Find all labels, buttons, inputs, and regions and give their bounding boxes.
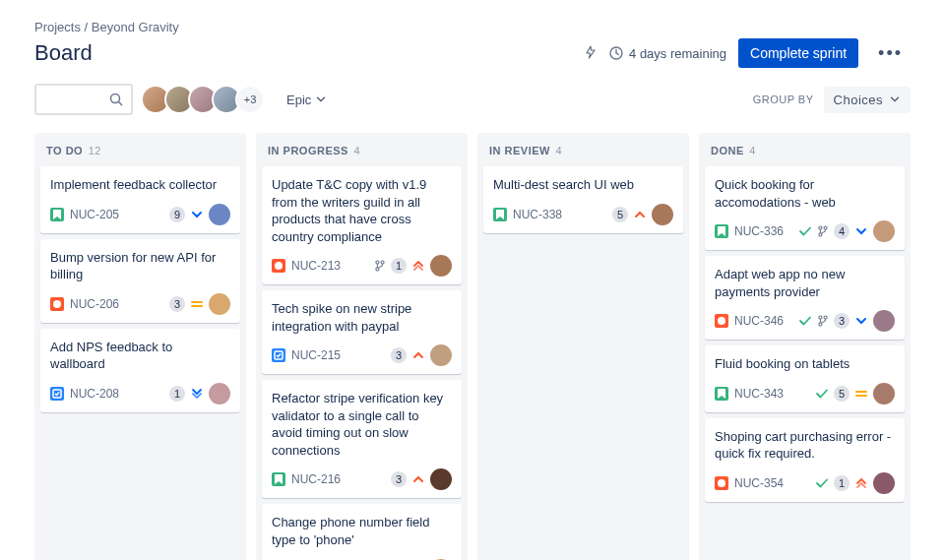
done-check-icon: [815, 387, 829, 401]
clock-icon: [609, 46, 623, 60]
card-title: Implement feedback collector: [50, 176, 230, 194]
branch-icon: [374, 260, 386, 272]
issue-card[interactable]: Tech spike on new stripe integration wit…: [262, 290, 462, 374]
priority-highest-icon: [854, 476, 868, 490]
issue-key: NUC-208: [70, 387, 119, 401]
column-done: Done 4 Quick booking for accomodations -…: [699, 133, 911, 560]
search-input[interactable]: [34, 84, 133, 115]
branch-icon: [817, 225, 829, 237]
priority-high-icon: [633, 208, 647, 221]
column-in-review: In review 4 Multi-dest search UI web NUC…: [477, 133, 689, 560]
column-header: In progress 4: [262, 141, 462, 166]
column-header: To do 12: [40, 141, 240, 166]
epic-dropdown[interactable]: Epic: [279, 87, 335, 113]
story-points: 4: [834, 223, 850, 239]
story-points: 3: [834, 313, 850, 329]
card-title: Refactor stripe verification key validat…: [272, 390, 452, 459]
issue-card[interactable]: Implement feedback collector NUC-205 9: [40, 166, 240, 233]
assignee-avatar[interactable]: [873, 220, 895, 242]
complete-sprint-button[interactable]: Complete sprint: [738, 38, 858, 68]
story-points: 9: [169, 207, 185, 222]
page-title: Board: [34, 40, 93, 66]
chevron-down-icon: [889, 93, 901, 105]
done-check-icon: [815, 476, 829, 490]
issue-card[interactable]: Shoping cart purchasing error - quick fi…: [705, 418, 905, 502]
more-actions-button[interactable]: •••: [870, 39, 911, 68]
avatar-overflow[interactable]: +3: [235, 85, 265, 114]
issue-card[interactable]: Bump version for new API for billing NUC…: [40, 239, 240, 323]
header: Board 4 days remaining Complete sprint •…: [34, 38, 911, 68]
card-title: Fluid booking on tablets: [715, 355, 895, 373]
done-check-icon: [798, 224, 812, 238]
issue-type-task-icon: [50, 387, 64, 401]
issue-key: NUC-346: [734, 314, 784, 328]
issue-type-bug-icon: [50, 297, 64, 311]
story-points: 5: [612, 207, 628, 222]
issue-key: NUC-343: [734, 387, 784, 401]
issue-card[interactable]: Change phone number field type to 'phone…: [262, 504, 462, 560]
done-check-icon: [798, 314, 812, 328]
issue-type-story-icon: [493, 208, 507, 221]
board: To do 12 Implement feedback collector NU…: [34, 133, 911, 560]
story-points: 1: [169, 386, 185, 402]
group-by-dropdown[interactable]: Choices: [824, 87, 911, 113]
search-icon: [109, 93, 123, 106]
issue-key: NUC-354: [734, 476, 784, 490]
card-title: Change phone number field type to 'phone…: [272, 514, 452, 548]
issue-type-story-icon: [715, 387, 728, 401]
issue-type-bug-icon: [715, 314, 728, 328]
assignee-avatar[interactable]: [430, 344, 452, 366]
issue-card[interactable]: Update T&C copy with v1.9 from the write…: [262, 166, 462, 284]
assignee-avatar[interactable]: [430, 468, 452, 490]
story-points: 3: [169, 296, 185, 312]
column-header: Done 4: [705, 141, 905, 166]
story-points: 1: [834, 475, 850, 491]
priority-highest-icon: [411, 259, 425, 273]
automation-icon[interactable]: [584, 45, 598, 62]
column-in-progress: In progress 4 Update T&C copy with v1.9 …: [256, 133, 468, 560]
toolbar: +3 Epic Group by Choices: [34, 84, 911, 115]
issue-card[interactable]: Adapt web app no new payments provider N…: [705, 256, 905, 340]
assignee-avatar[interactable]: [873, 472, 895, 494]
issue-card[interactable]: Multi-dest search UI web NUC-338 5: [483, 166, 683, 233]
priority-low-icon: [854, 224, 868, 238]
card-title: Shoping cart purchasing error - quick fi…: [715, 428, 895, 463]
card-title: Add NPS feedback to wallboard: [50, 339, 230, 373]
story-points: 3: [391, 471, 407, 487]
chevron-down-icon: [315, 93, 327, 105]
issue-type-story-icon: [272, 472, 285, 486]
card-title: Update T&C copy with v1.9 from the write…: [272, 176, 452, 245]
issue-key: NUC-205: [70, 208, 119, 221]
days-remaining: 4 days remaining: [609, 46, 726, 61]
card-title: Tech spike on new stripe integration wit…: [272, 300, 452, 335]
assignee-avatar[interactable]: [209, 383, 230, 404]
priority-low-icon: [190, 208, 204, 221]
issue-type-bug-icon: [272, 259, 285, 273]
breadcrumb-project-name[interactable]: Beyond Gravity: [92, 20, 179, 34]
assignee-avatar[interactable]: [209, 204, 230, 225]
assignee-avatar[interactable]: [430, 255, 452, 277]
breadcrumb-projects[interactable]: Projects: [34, 20, 81, 34]
breadcrumb: Projects / Beyond Gravity: [34, 20, 911, 34]
card-title: Multi-dest search UI web: [493, 176, 673, 194]
issue-card[interactable]: Refactor stripe verification key validat…: [262, 380, 462, 498]
priority-lowest-icon: [190, 387, 204, 401]
assignee-avatar[interactable]: [873, 310, 895, 332]
column-header: In review 4: [483, 141, 683, 166]
issue-key: NUC-215: [291, 348, 341, 362]
priority-medium-icon: [190, 297, 204, 311]
issue-card[interactable]: Quick booking for accomodations - web NU…: [705, 166, 905, 250]
issue-key: NUC-216: [291, 472, 341, 486]
assignee-avatar[interactable]: [873, 383, 895, 404]
assignee-filter: +3: [147, 85, 265, 114]
issue-card[interactable]: Fluid booking on tablets NUC-343 5: [705, 345, 905, 412]
issue-card[interactable]: Add NPS feedback to wallboard NUC-208 1: [40, 329, 240, 412]
issue-key: NUC-206: [70, 297, 119, 311]
story-points: 3: [391, 347, 407, 363]
assignee-avatar[interactable]: [652, 204, 673, 225]
assignee-avatar[interactable]: [209, 293, 230, 315]
issue-type-story-icon: [715, 224, 728, 238]
issue-type-bug-icon: [715, 476, 728, 490]
branch-icon: [817, 315, 829, 327]
group-by-label: Group by: [753, 93, 814, 105]
